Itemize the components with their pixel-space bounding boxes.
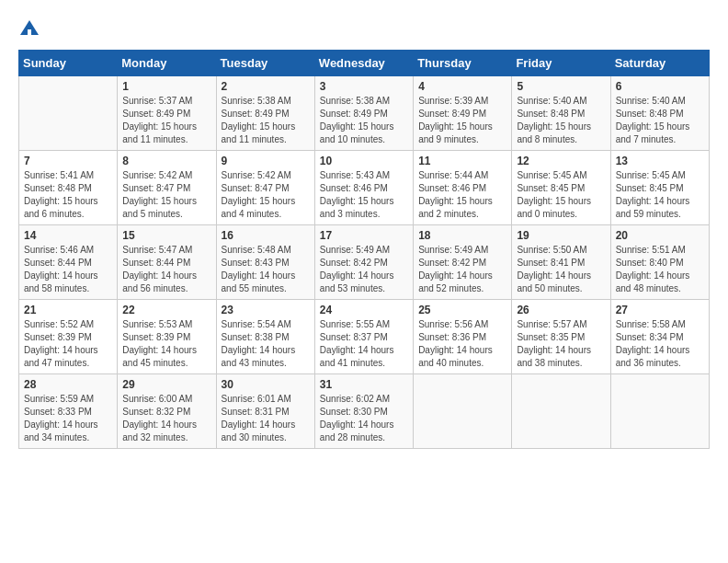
- day-number: 20: [616, 229, 704, 242]
- calendar-cell: 23Sunrise: 5:54 AMSunset: 8:38 PMDayligh…: [216, 300, 314, 374]
- day-info: Sunrise: 5:42 AMSunset: 8:47 PMDaylight:…: [222, 169, 310, 221]
- weekday-header: Monday: [118, 51, 216, 76]
- calendar-week-row: 14Sunrise: 5:46 AMSunset: 8:44 PMDayligh…: [19, 225, 710, 300]
- day-info: Sunrise: 6:02 AMSunset: 8:30 PMDaylight:…: [320, 393, 408, 444]
- day-info: Sunrise: 5:47 AMSunset: 8:44 PMDaylight:…: [122, 244, 210, 295]
- calendar-cell: 5Sunrise: 5:40 AMSunset: 8:48 PMDaylight…: [512, 76, 610, 151]
- calendar-cell: 2Sunrise: 5:38 AMSunset: 8:49 PMDaylight…: [216, 76, 314, 151]
- weekday-header: Friday: [512, 51, 610, 76]
- day-number: 25: [418, 304, 506, 316]
- day-number: 14: [24, 229, 112, 242]
- day-number: 26: [517, 304, 605, 316]
- day-info: Sunrise: 5:45 AMSunset: 8:45 PMDaylight:…: [517, 169, 605, 221]
- day-info: Sunrise: 5:45 AMSunset: 8:45 PMDaylight:…: [616, 169, 704, 221]
- day-number: 21: [24, 304, 112, 316]
- day-info: Sunrise: 5:49 AMSunset: 8:42 PMDaylight:…: [418, 244, 506, 295]
- calendar-cell: 12Sunrise: 5:45 AMSunset: 8:45 PMDayligh…: [512, 151, 610, 225]
- day-info: Sunrise: 5:44 AMSunset: 8:46 PMDaylight:…: [418, 169, 506, 221]
- day-number: 6: [616, 80, 704, 93]
- calendar-cell: 14Sunrise: 5:46 AMSunset: 8:44 PMDayligh…: [19, 225, 118, 300]
- day-info: Sunrise: 5:53 AMSunset: 8:39 PMDaylight:…: [122, 318, 210, 370]
- calendar-cell: 13Sunrise: 5:45 AMSunset: 8:45 PMDayligh…: [610, 151, 709, 225]
- calendar-cell: 18Sunrise: 5:49 AMSunset: 8:42 PMDayligh…: [414, 225, 512, 300]
- calendar-cell: 11Sunrise: 5:44 AMSunset: 8:46 PMDayligh…: [414, 151, 512, 225]
- day-number: 4: [418, 80, 506, 93]
- calendar-cell: 1Sunrise: 5:37 AMSunset: 8:49 PMDaylight…: [118, 76, 216, 151]
- day-number: 16: [222, 229, 310, 242]
- day-number: 17: [320, 229, 408, 242]
- calendar-cell: [610, 374, 709, 449]
- day-info: Sunrise: 6:01 AMSunset: 8:31 PMDaylight:…: [222, 393, 310, 444]
- day-info: Sunrise: 5:58 AMSunset: 8:34 PMDaylight:…: [616, 318, 704, 370]
- day-info: Sunrise: 5:41 AMSunset: 8:48 PMDaylight:…: [24, 169, 112, 221]
- calendar-cell: 21Sunrise: 5:52 AMSunset: 8:39 PMDayligh…: [19, 300, 118, 374]
- day-number: 18: [418, 229, 506, 242]
- calendar-cell: 4Sunrise: 5:39 AMSunset: 8:49 PMDaylight…: [414, 76, 512, 151]
- day-info: Sunrise: 5:56 AMSunset: 8:36 PMDaylight:…: [418, 318, 506, 370]
- day-number: 12: [517, 155, 605, 167]
- day-number: 5: [517, 80, 605, 93]
- day-info: Sunrise: 5:51 AMSunset: 8:40 PMDaylight:…: [616, 244, 704, 295]
- day-number: 29: [122, 378, 210, 391]
- day-number: 19: [517, 229, 605, 242]
- day-number: 28: [24, 378, 112, 391]
- weekday-header: Wednesday: [314, 51, 413, 76]
- day-number: 11: [418, 155, 506, 167]
- day-number: 3: [320, 80, 408, 93]
- calendar-cell: 3Sunrise: 5:38 AMSunset: 8:49 PMDaylight…: [314, 76, 413, 151]
- weekday-header: Tuesday: [216, 51, 314, 76]
- calendar-table: SundayMondayTuesdayWednesdayThursdayFrid…: [18, 50, 710, 449]
- calendar-week-row: 7Sunrise: 5:41 AMSunset: 8:48 PMDaylight…: [19, 151, 710, 225]
- calendar-cell: 25Sunrise: 5:56 AMSunset: 8:36 PMDayligh…: [414, 300, 512, 374]
- calendar-body: 1Sunrise: 5:37 AMSunset: 8:49 PMDaylight…: [19, 76, 710, 449]
- day-info: Sunrise: 5:52 AMSunset: 8:39 PMDaylight:…: [24, 318, 112, 370]
- day-number: 15: [122, 229, 210, 242]
- calendar-cell: 8Sunrise: 5:42 AMSunset: 8:47 PMDaylight…: [118, 151, 216, 225]
- calendar-cell: 24Sunrise: 5:55 AMSunset: 8:37 PMDayligh…: [314, 300, 413, 374]
- day-info: Sunrise: 5:39 AMSunset: 8:49 PMDaylight:…: [418, 95, 506, 146]
- day-number: 27: [616, 304, 704, 316]
- day-number: 9: [222, 155, 310, 167]
- calendar-cell: 27Sunrise: 5:58 AMSunset: 8:34 PMDayligh…: [610, 300, 709, 374]
- calendar-cell: 9Sunrise: 5:42 AMSunset: 8:47 PMDaylight…: [216, 151, 314, 225]
- day-info: Sunrise: 5:48 AMSunset: 8:43 PMDaylight:…: [222, 244, 310, 295]
- day-info: Sunrise: 5:49 AMSunset: 8:42 PMDaylight:…: [320, 244, 408, 295]
- calendar-cell: 19Sunrise: 5:50 AMSunset: 8:41 PMDayligh…: [512, 225, 610, 300]
- calendar-cell: 31Sunrise: 6:02 AMSunset: 8:30 PMDayligh…: [314, 374, 413, 449]
- calendar-cell: 17Sunrise: 5:49 AMSunset: 8:42 PMDayligh…: [314, 225, 413, 300]
- day-info: Sunrise: 5:40 AMSunset: 8:48 PMDaylight:…: [616, 95, 704, 146]
- day-info: Sunrise: 5:38 AMSunset: 8:49 PMDaylight:…: [222, 95, 310, 146]
- day-number: 8: [122, 155, 210, 167]
- svg-rect-1: [28, 29, 31, 35]
- day-info: Sunrise: 5:38 AMSunset: 8:49 PMDaylight:…: [320, 95, 408, 146]
- calendar-cell: 10Sunrise: 5:43 AMSunset: 8:46 PMDayligh…: [314, 151, 413, 225]
- day-info: Sunrise: 5:40 AMSunset: 8:48 PMDaylight:…: [517, 95, 605, 146]
- calendar-cell: 26Sunrise: 5:57 AMSunset: 8:35 PMDayligh…: [512, 300, 610, 374]
- calendar-cell: 20Sunrise: 5:51 AMSunset: 8:40 PMDayligh…: [610, 225, 709, 300]
- day-info: Sunrise: 6:00 AMSunset: 8:32 PMDaylight:…: [122, 393, 210, 444]
- day-number: 24: [320, 304, 408, 316]
- weekday-header: Sunday: [19, 51, 118, 76]
- calendar-cell: 7Sunrise: 5:41 AMSunset: 8:48 PMDaylight…: [19, 151, 118, 225]
- day-info: Sunrise: 5:37 AMSunset: 8:49 PMDaylight:…: [122, 95, 210, 146]
- day-info: Sunrise: 5:54 AMSunset: 8:38 PMDaylight:…: [222, 318, 310, 370]
- calendar-week-row: 1Sunrise: 5:37 AMSunset: 8:49 PMDaylight…: [19, 76, 710, 151]
- calendar-week-row: 21Sunrise: 5:52 AMSunset: 8:39 PMDayligh…: [19, 300, 710, 374]
- logo-icon: [18, 18, 40, 40]
- calendar-cell: [19, 76, 118, 151]
- day-number: 22: [122, 304, 210, 316]
- calendar-cell: 15Sunrise: 5:47 AMSunset: 8:44 PMDayligh…: [118, 225, 216, 300]
- calendar-cell: 30Sunrise: 6:01 AMSunset: 8:31 PMDayligh…: [216, 374, 314, 449]
- day-number: 7: [24, 155, 112, 167]
- page-header: [18, 18, 710, 40]
- calendar-week-row: 28Sunrise: 5:59 AMSunset: 8:33 PMDayligh…: [19, 374, 710, 449]
- day-info: Sunrise: 5:50 AMSunset: 8:41 PMDaylight:…: [517, 244, 605, 295]
- weekday-header: Saturday: [610, 51, 709, 76]
- weekday-row: SundayMondayTuesdayWednesdayThursdayFrid…: [19, 51, 710, 76]
- calendar-cell: [414, 374, 512, 449]
- day-number: 13: [616, 155, 704, 167]
- weekday-header: Thursday: [414, 51, 512, 76]
- day-info: Sunrise: 5:43 AMSunset: 8:46 PMDaylight:…: [320, 169, 408, 221]
- calendar-cell: 22Sunrise: 5:53 AMSunset: 8:39 PMDayligh…: [118, 300, 216, 374]
- calendar-cell: 6Sunrise: 5:40 AMSunset: 8:48 PMDaylight…: [610, 76, 709, 151]
